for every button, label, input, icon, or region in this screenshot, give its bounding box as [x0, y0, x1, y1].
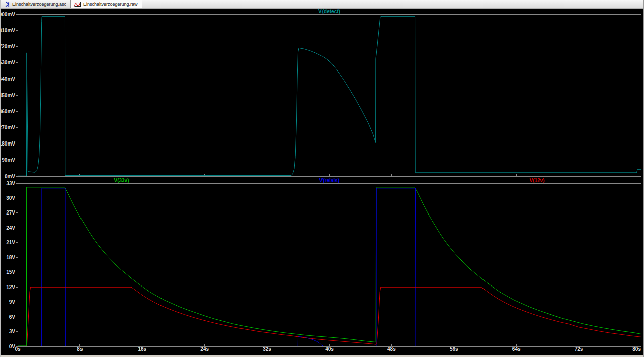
ltspice-window: Einschaltverzoegerung.asc Einschaltverzo… — [0, 0, 644, 357]
waveform-icon — [74, 2, 81, 7]
trace-V(33v) — [18, 187, 641, 346]
y-tick-label: 270mV — [1, 125, 15, 130]
trace-label-V(33v)[interactable]: V(33v) — [114, 178, 129, 183]
y-tick-label: 810mV — [1, 28, 15, 33]
x-tick-label: 16s — [138, 346, 146, 352]
trace-V(detect) — [18, 16, 641, 176]
window-bottom-border — [1, 355, 643, 357]
y-tick-label: 12V — [6, 284, 15, 290]
pane-0[interactable]: 900mV810mV720mV630mV540mV450mV360mV270mV… — [1, 9, 641, 179]
y-tick-label: 900mV — [1, 12, 15, 17]
x-tick-label: 40s — [325, 346, 334, 352]
trace-label-V(detect)[interactable]: V(detect) — [318, 9, 340, 14]
y-tick-label: 0mV — [5, 174, 15, 179]
x-tick-label: 80s — [632, 346, 641, 352]
pane-border — [18, 14, 641, 176]
trace-V(relais) — [18, 188, 641, 346]
x-tick-label: 32s — [263, 346, 271, 352]
x-tick-label: 0s — [15, 346, 21, 352]
y-tick-label: 21V — [6, 240, 15, 245]
y-tick-label: 6V — [9, 314, 16, 320]
y-tick-label: 540mV — [1, 76, 15, 82]
tab-bar: Einschaltverzoegerung.asc Einschaltverzo… — [1, 0, 643, 9]
y-tick-label: 0V — [9, 344, 16, 349]
tab-label: Einschaltverzoegerung.asc — [12, 2, 66, 7]
pane-1[interactable]: 33V30V27V24V21V18V15V12V9V6V3V0V0s8s16s2… — [6, 178, 641, 352]
y-tick-label: 18V — [6, 255, 15, 260]
x-tick-label: 8s — [77, 346, 83, 352]
y-tick-label: 180mV — [1, 141, 15, 147]
y-tick-label: 720mV — [1, 44, 15, 49]
y-tick-label: 24V — [6, 225, 15, 231]
y-tick-label: 450mV — [1, 93, 15, 98]
y-tick-label: 90mV — [2, 157, 15, 163]
x-tick-label: 48s — [387, 346, 396, 352]
tab-waveform-raw[interactable]: Einschaltverzoegerung.raw — [70, 0, 142, 8]
y-tick-label: 15V — [6, 269, 15, 275]
x-tick-label: 72s — [575, 346, 583, 352]
y-tick-label: 630mV — [1, 60, 15, 65]
pane-border — [18, 183, 641, 346]
trace-label-V(12v)[interactable]: V(12v) — [529, 178, 544, 183]
y-tick-label: 3V — [9, 329, 16, 334]
tab-schematic-asc[interactable]: Einschaltverzoegerung.asc — [1, 0, 70, 8]
waveform-plot-area[interactable]: 900mV810mV720mV630mV540mV450mV360mV270mV… — [1, 9, 644, 355]
y-tick-label: 9V — [9, 299, 16, 305]
y-tick-label: 30V — [6, 195, 15, 201]
x-tick-label: 56s — [450, 346, 458, 352]
y-tick-label: 33V — [6, 181, 15, 186]
y-tick-label: 27V — [6, 210, 15, 216]
y-tick-label: 360mV — [1, 109, 15, 114]
schematic-icon — [4, 1, 10, 7]
trace-label-V(relais)[interactable]: V(relais) — [319, 178, 339, 183]
x-tick-label: 24s — [200, 346, 209, 352]
tab-label: Einschaltverzoegerung.raw — [83, 2, 138, 7]
x-tick-label: 64s — [512, 346, 521, 352]
